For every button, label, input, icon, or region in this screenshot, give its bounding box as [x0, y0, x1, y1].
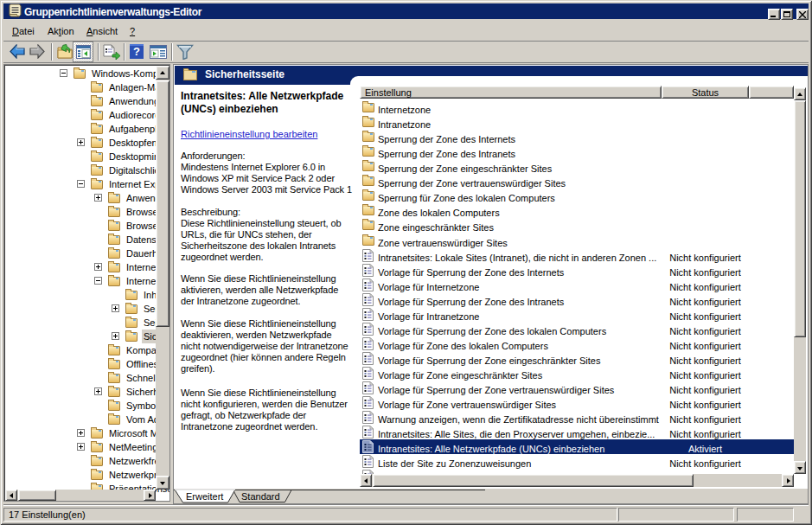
svg-text:Erweitert: Erweitert	[186, 491, 223, 502]
svg-text:Standard: Standard	[241, 491, 280, 502]
svg-text:?: ?	[133, 45, 140, 58]
